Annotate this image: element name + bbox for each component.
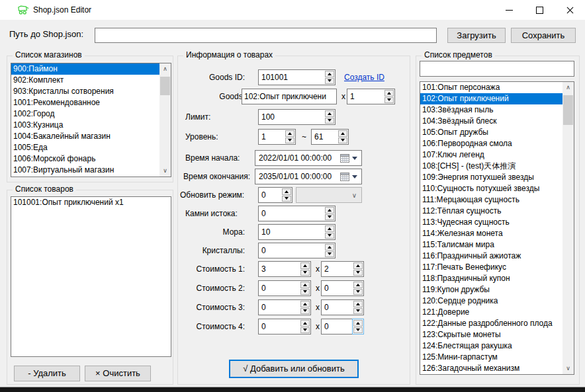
level-max-input[interactable]	[312, 130, 338, 144]
save-button[interactable]: Сохранить	[511, 28, 576, 43]
spin-down-icon[interactable]	[338, 137, 347, 144]
cost4-count-spinner[interactable]	[321, 319, 364, 334]
list-item[interactable]: 115:Талисман мира	[420, 239, 562, 251]
spin-down-icon[interactable]	[300, 308, 310, 315]
list-item[interactable]: 1006:Морской фонарь	[11, 153, 159, 165]
spin-down-icon[interactable]	[325, 118, 334, 124]
time-start-picker[interactable]: 2022/01/01 00:00:00	[255, 150, 362, 166]
path-input[interactable]	[95, 28, 437, 43]
list-item[interactable]: 112:Тёплая сущность	[420, 206, 562, 217]
level-min-spinner[interactable]	[258, 129, 296, 145]
spin-up-icon[interactable]	[353, 320, 363, 327]
spin-up-icon[interactable]	[300, 262, 310, 269]
delete-button[interactable]: - Удалить	[14, 366, 80, 381]
crystals-spinner[interactable]	[258, 243, 336, 258]
list-item[interactable]: 106:Первородная смола	[420, 138, 562, 149]
refresh-mode-spinner[interactable]	[258, 187, 292, 203]
list-item[interactable]: 105:Опыт дружбы	[420, 127, 562, 138]
cost1-id-input[interactable]	[259, 262, 300, 276]
list-item[interactable]: 104:Звёздный блеск	[420, 116, 562, 127]
time-end-picker[interactable]: 2035/01/01 00:00:00	[255, 169, 362, 184]
spin-down-icon[interactable]	[325, 233, 334, 239]
list-item[interactable]: 1002:Город	[11, 108, 159, 120]
list-item[interactable]: 121:Доверие	[420, 307, 562, 318]
spin-down-icon[interactable]	[353, 289, 363, 295]
list-item[interactable]: 109:Энергия потухшей звезды	[420, 172, 562, 183]
spin-up-icon[interactable]	[325, 110, 334, 117]
spin-down-icon[interactable]	[353, 270, 363, 276]
list-item[interactable]: 116:Праздничный ажиотаж	[420, 251, 562, 262]
items-search-input[interactable]	[420, 61, 574, 77]
level-min-input[interactable]	[259, 130, 285, 144]
minimize-button[interactable]	[494, 0, 524, 20]
maximize-button[interactable]	[524, 0, 555, 20]
spin-up-icon[interactable]	[353, 301, 363, 307]
cost3-id-input[interactable]	[259, 300, 300, 315]
spin-down-icon[interactable]	[300, 327, 310, 334]
list-item[interactable]: 101:Опыт персонажа	[420, 82, 562, 93]
goods-input[interactable]	[242, 89, 337, 104]
spin-up-icon[interactable]	[285, 130, 294, 137]
clear-button[interactable]: × Очистить	[85, 366, 151, 381]
spin-down-icon[interactable]	[384, 97, 394, 104]
list-item[interactable]: 903:Кристаллы сотворения	[11, 86, 159, 97]
spin-up-icon[interactable]	[300, 282, 310, 288]
list-item[interactable]: 1004:Бакалейный магазин	[11, 131, 159, 142]
list-item[interactable]: 118:Праздничный купон	[420, 273, 562, 284]
cost2-id-spinner[interactable]	[258, 280, 311, 296]
list-item[interactable]: 102:Опыт приключений	[420, 93, 562, 104]
items-scrollbar[interactable]: ∧ ∨	[562, 82, 574, 374]
goods-listbox[interactable]: 101001:Опыт приключений x1	[11, 196, 171, 357]
list-item[interactable]: 110:Сущность потухшей звезды	[420, 183, 562, 194]
spin-up-icon[interactable]	[353, 262, 363, 269]
list-item[interactable]: 117:Печать Венефикус	[420, 262, 562, 273]
shops-scrollbar[interactable]: ∧ ∨	[159, 63, 171, 176]
spin-down-icon[interactable]	[353, 327, 363, 334]
spin-up-icon[interactable]	[338, 130, 347, 137]
spin-down-icon[interactable]	[282, 196, 291, 202]
spin-down-icon[interactable]	[325, 214, 334, 221]
cost1-count-input[interactable]	[322, 262, 353, 276]
dropdown-arrow-icon[interactable]	[352, 175, 357, 178]
spin-down-icon[interactable]	[300, 289, 310, 295]
list-item[interactable]: 119:Купон дружбы	[420, 284, 562, 295]
list-item[interactable]: 1005:Еда	[11, 142, 159, 153]
scroll-up-icon[interactable]: ∧	[562, 82, 574, 93]
cost2-count-input[interactable]	[322, 281, 353, 295]
goods-count-input[interactable]	[347, 89, 384, 104]
spin-up-icon[interactable]	[384, 90, 394, 97]
create-id-link[interactable]: Создать ID	[344, 69, 384, 85]
add-or-update-button[interactable]: √ Добавить или обновить	[229, 360, 359, 378]
mora-spinner[interactable]	[258, 224, 336, 240]
crystals-input[interactable]	[259, 243, 324, 258]
scrollbar-thumb[interactable]	[563, 95, 573, 125]
spin-up-icon[interactable]	[325, 71, 334, 77]
spin-down-icon[interactable]	[325, 78, 334, 85]
spin-down-icon[interactable]	[285, 137, 294, 144]
list-item[interactable]: 125:Мини-гарпастум	[420, 352, 562, 363]
cost4-id-input[interactable]	[259, 319, 300, 334]
goods-count-spinner[interactable]	[347, 89, 395, 104]
list-item[interactable]: 1001:Рекомендованное	[11, 97, 159, 108]
spin-up-icon[interactable]	[300, 301, 310, 307]
list-item[interactable]: 114:Железная монета	[420, 228, 562, 239]
spin-up-icon[interactable]	[325, 207, 334, 214]
list-item[interactable]: 900:Паймон	[11, 63, 159, 75]
list-item[interactable]: 101001:Опыт приключений x1	[11, 197, 171, 208]
spin-down-icon[interactable]	[325, 251, 334, 258]
cost4-id-spinner[interactable]	[258, 319, 311, 334]
list-item[interactable]: 1007:Виртуальный магазин	[11, 165, 159, 176]
primogems-spinner[interactable]	[258, 206, 336, 221]
list-item[interactable]: 111:Мерцающая сущность	[420, 194, 562, 206]
list-item[interactable]: 122:Данные раздробленного плода	[420, 318, 562, 329]
cost2-count-spinner[interactable]	[321, 280, 364, 296]
title-bar[interactable]: Shop.json Editor	[0, 0, 585, 20]
limit-spinner[interactable]	[258, 109, 336, 125]
cost3-count-input[interactable]	[322, 300, 353, 315]
cost3-count-spinner[interactable]	[321, 299, 364, 315]
list-item[interactable]: 126:Загадочный механизм	[420, 363, 562, 374]
cost1-count-spinner[interactable]	[321, 261, 364, 277]
primogems-input[interactable]	[259, 206, 324, 221]
level-max-spinner[interactable]	[311, 129, 349, 145]
list-item[interactable]: 124:Блестящая ракушка	[420, 340, 562, 352]
